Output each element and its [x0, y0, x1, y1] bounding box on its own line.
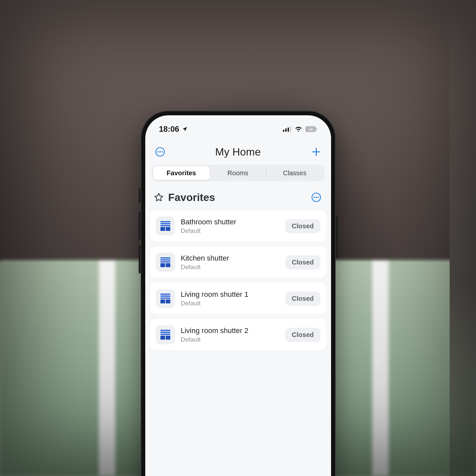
svg-point-15 [318, 197, 319, 198]
svg-rect-1 [285, 128, 287, 132]
device-name: Bathroom shutter [181, 218, 279, 226]
wifi-icon [295, 126, 302, 132]
star-outline-icon [154, 192, 164, 202]
device-name: Living room shutter 1 [181, 290, 279, 299]
svg-point-13 [314, 197, 315, 198]
device-status-badge[interactable]: Closed [285, 328, 321, 342]
svg-rect-18 [160, 225, 170, 226]
tab-rooms[interactable]: Rooms [210, 166, 266, 180]
status-bar-left: 18:06 [159, 125, 188, 134]
background-right-blind [450, 0, 476, 476]
svg-rect-21 [160, 257, 170, 259]
device-name: Kitchen shutter [181, 254, 279, 263]
section-title-left: Favorites [154, 191, 215, 204]
svg-rect-28 [160, 297, 170, 299]
ellipsis-circle-icon [155, 147, 165, 157]
svg-rect-34 [160, 336, 165, 340]
status-bar-right: 24 [283, 126, 317, 132]
svg-rect-17 [160, 223, 170, 224]
svg-rect-32 [160, 332, 170, 333]
device-subtitle: Default [181, 264, 279, 271]
battery-icon: 24 [305, 126, 317, 132]
device-text: Living room shutter 2 Default [181, 326, 279, 343]
status-bar: 18:06 24 [145, 115, 331, 140]
svg-rect-20 [166, 227, 170, 231]
svg-rect-16 [160, 221, 170, 222]
shutter-icon [156, 253, 175, 272]
background-scene: 18:06 24 [0, 0, 476, 476]
device-card[interactable]: Kitchen shutter Default Closed [150, 246, 326, 278]
device-text: Bathroom shutter Default [181, 218, 279, 235]
svg-point-7 [157, 151, 159, 153]
plus-icon [312, 147, 321, 156]
location-arrow-icon [182, 126, 188, 132]
phone-side-button [139, 188, 141, 203]
svg-rect-26 [160, 294, 170, 295]
svg-rect-29 [160, 299, 165, 303]
tab-label: Favorites [167, 169, 196, 177]
tab-label: Classes [283, 169, 306, 177]
svg-rect-33 [160, 334, 170, 335]
section-header: Favorites [145, 191, 331, 210]
svg-point-14 [316, 197, 317, 198]
svg-point-9 [161, 151, 163, 153]
ellipsis-circle-icon [311, 192, 321, 202]
svg-rect-22 [160, 259, 170, 261]
page-title: My Home [215, 146, 261, 158]
svg-rect-3 [290, 126, 291, 132]
device-card[interactable]: Bathroom shutter Default Closed [150, 210, 326, 242]
phone-side-button [139, 245, 141, 273]
shutter-icon [156, 216, 175, 236]
phone-screen: 18:06 24 [145, 115, 331, 476]
view-segmented-control: Favorites Rooms Classes [152, 165, 324, 181]
device-subtitle: Default [181, 300, 279, 307]
svg-rect-35 [166, 336, 170, 340]
device-text: Living room shutter 1 Default [181, 290, 279, 307]
device-status-badge[interactable]: Closed [285, 255, 321, 269]
header-add-button[interactable] [310, 146, 322, 158]
svg-rect-5 [316, 128, 317, 130]
svg-rect-27 [160, 295, 170, 297]
tab-favorites[interactable]: Favorites [153, 166, 210, 180]
device-status-badge[interactable]: Closed [285, 219, 321, 233]
section-title: Favorites [168, 191, 215, 204]
battery-level-label: 24 [309, 127, 313, 131]
device-status-badge[interactable]: Closed [285, 292, 321, 306]
header-more-button[interactable] [154, 146, 166, 158]
shutter-icon [156, 325, 175, 344]
svg-rect-25 [166, 263, 170, 267]
section-more-button[interactable] [310, 191, 322, 204]
svg-rect-19 [160, 227, 165, 231]
phone-side-button [336, 216, 338, 258]
svg-rect-24 [160, 263, 165, 267]
svg-rect-2 [288, 127, 289, 132]
device-subtitle: Default [181, 227, 279, 235]
device-name: Living room shutter 2 [181, 326, 279, 335]
cellular-signal-icon [283, 126, 292, 132]
tab-classes[interactable]: Classes [266, 166, 323, 180]
tab-label: Rooms [227, 169, 248, 177]
device-list: Bathroom shutter Default Closed [145, 210, 331, 350]
svg-rect-0 [283, 130, 284, 132]
status-time: 18:06 [159, 125, 179, 134]
device-text: Kitchen shutter Default [181, 254, 279, 271]
device-card[interactable]: Living room shutter 1 Default Closed [150, 283, 326, 314]
svg-rect-23 [160, 261, 170, 263]
shutter-icon [156, 289, 175, 308]
svg-rect-31 [160, 330, 170, 331]
app-header: My Home [145, 140, 331, 165]
svg-rect-30 [166, 299, 170, 303]
phone-side-button [139, 211, 141, 240]
device-card[interactable]: Living room shutter 2 Default Closed [150, 319, 326, 350]
device-subtitle: Default [181, 336, 279, 343]
phone-frame: 18:06 24 [141, 111, 336, 476]
svg-point-8 [159, 151, 161, 153]
